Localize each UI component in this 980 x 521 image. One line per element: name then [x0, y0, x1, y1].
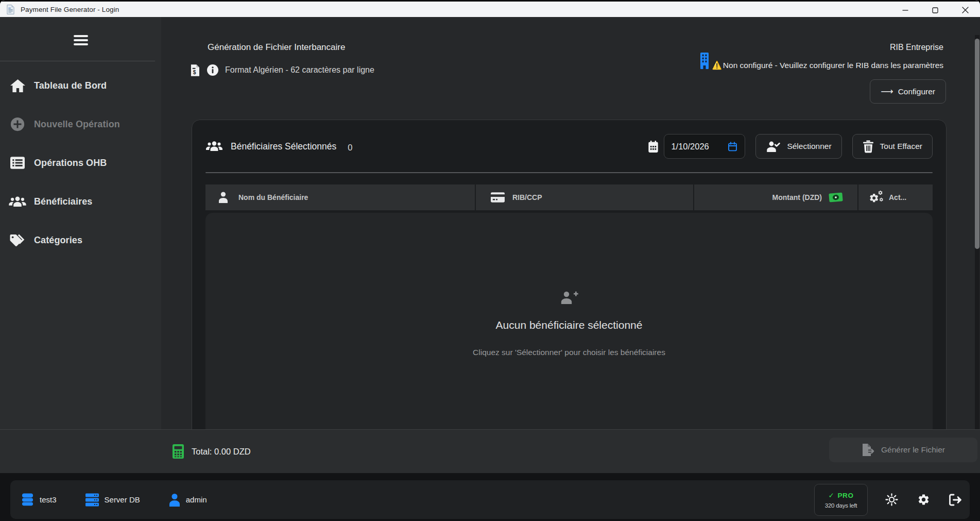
- clear-all-button[interactable]: Tout Effacer: [852, 134, 933, 159]
- calculator-icon: [172, 444, 184, 459]
- sidebar-divider: [0, 61, 155, 62]
- status-zone: test3 Server DB admin ✓PRO 320: [0, 473, 980, 521]
- empty-state-title: Aucun bénéficiaire sélectionné: [496, 319, 643, 331]
- sidebar-item-tableau-de-bord[interactable]: Tableau de Bord: [0, 71, 161, 100]
- table-body: Aucun bénéficiaire sélectionné Cliquez s…: [205, 213, 933, 429]
- format-info-row: $ Format Algérien - 62 caractères par li…: [191, 64, 374, 76]
- sidebar-item-label: Opérations OHB: [34, 158, 107, 169]
- panel-divider: [205, 172, 933, 173]
- status-bar: test3 Server DB admin ✓PRO 320: [10, 480, 970, 519]
- sun-icon: [885, 493, 898, 506]
- panel-header: Bénéficiaires Sélectionnés 0: [205, 133, 933, 159]
- sidebar-item-label: Catégories: [34, 235, 82, 246]
- selected-count: 0: [348, 143, 352, 153]
- generate-file-button[interactable]: Générer le Fichier: [829, 438, 977, 462]
- calendar-picker-icon[interactable]: [727, 141, 738, 152]
- menu-toggle-button[interactable]: [74, 35, 88, 45]
- home-icon: [7, 79, 28, 93]
- credit-card-icon: [491, 192, 505, 203]
- rib-warning-text: Non configuré - Veuillez configurer le R…: [723, 61, 943, 70]
- panel-title: Bénéficiaires Sélectionnés: [231, 141, 336, 152]
- column-header-actions: Act...: [857, 184, 933, 210]
- settings-button[interactable]: [917, 493, 930, 506]
- theme-toggle-button[interactable]: [885, 493, 898, 506]
- sidebar-item-nouvelle-operation[interactable]: Nouvelle Opération: [0, 109, 161, 139]
- sidebar-item-label: Bénéficiaires: [34, 196, 92, 207]
- logout-icon: [949, 494, 962, 506]
- company-name: test3: [40, 495, 57, 504]
- logout-button[interactable]: [949, 494, 961, 506]
- database-icon: [21, 493, 34, 507]
- app-icon: [7, 5, 14, 14]
- gear-icon: [917, 493, 930, 506]
- minimize-button[interactable]: [890, 2, 920, 19]
- rib-warning: ⚠️ Non configuré - Veuillez configurer l…: [700, 57, 943, 74]
- pro-label: ✓PRO: [829, 491, 854, 499]
- people-icon: [205, 140, 223, 153]
- people-icon: [7, 195, 28, 208]
- footer-bar: Total: 0.00 DZD Générer le Fichier: [0, 429, 980, 473]
- sidebar-item-categories[interactable]: Catégories: [0, 225, 161, 255]
- window-title: Payment File Generator - Login: [21, 6, 119, 13]
- license-tier: PRO: [837, 492, 853, 499]
- person-icon: [218, 191, 229, 204]
- rib-entreprise-block: RIB Entreprise ⚠️ Non configuré - Veuill…: [700, 43, 943, 74]
- close-button[interactable]: [950, 2, 980, 19]
- person-plus-icon: [560, 290, 578, 306]
- status-user: admin: [169, 493, 207, 507]
- empty-state: Aucun bénéficiaire sélectionné Cliquez s…: [205, 213, 933, 357]
- total-label: Total: 0.00 DZD: [192, 447, 251, 457]
- select-beneficiaries-button[interactable]: Sélectionner: [755, 134, 841, 159]
- check-icon: ✓: [829, 492, 835, 499]
- scrollbar-thumb[interactable]: [975, 39, 979, 249]
- column-label: Act...: [889, 193, 906, 201]
- user-icon: [169, 493, 180, 507]
- generate-file-label: Générer le Fichier: [881, 445, 945, 455]
- titlebar: Payment File Generator - Login: [0, 0, 980, 17]
- app-window: Payment File Generator - Login Tableau d: [0, 0, 980, 521]
- sidebar-item-operations-ohb[interactable]: Opérations OHB: [0, 148, 161, 178]
- list-icon: [7, 157, 28, 169]
- arrow-right-icon: ⟶: [881, 86, 893, 97]
- column-header-amount: Montant (DZD): [693, 184, 857, 210]
- column-header-rib: RIB/CCP: [475, 184, 693, 210]
- plus-circle-icon: [7, 116, 28, 132]
- clear-all-label: Tout Effacer: [880, 142, 922, 151]
- warning-icon: ⚠️: [712, 61, 721, 70]
- column-header-name: Nom du Bénéficiaire: [205, 184, 475, 210]
- file-export-icon: [862, 444, 875, 456]
- database-name: Server DB: [105, 495, 140, 504]
- table-header: Nom du Bénéficiaire RIB/CCP Montant (DZD…: [205, 184, 933, 210]
- license-days-left: 320 days left: [825, 502, 857, 509]
- format-subtitle: Format Algérien - 62 caractères par lign…: [225, 65, 374, 75]
- column-label: RIB/CCP: [512, 193, 542, 201]
- building-icon: [700, 53, 709, 69]
- configure-label: Configurer: [898, 87, 935, 96]
- sidebar-item-beneficiaires[interactable]: Bénéficiaires: [0, 187, 161, 216]
- column-label: Nom du Bénéficiaire: [238, 193, 308, 201]
- scrollbar[interactable]: [975, 35, 979, 429]
- info-icon: [207, 64, 219, 76]
- page-title: Génération de Fichier Interbancaire: [208, 42, 345, 53]
- trash-icon: [863, 140, 874, 153]
- maximize-button[interactable]: [920, 2, 950, 19]
- gears-icon: [869, 191, 884, 205]
- rib-title: RIB Entreprise: [700, 43, 943, 52]
- money-file-icon: $: [191, 64, 199, 76]
- configure-button[interactable]: ⟶ Configurer: [870, 79, 946, 104]
- date-value-field[interactable]: [671, 142, 723, 152]
- sidebar-item-label: Tableau de Bord: [34, 80, 107, 91]
- server-icon: [85, 493, 99, 507]
- select-label: Sélectionner: [787, 142, 831, 151]
- status-database: Server DB: [85, 493, 140, 507]
- tags-icon: [7, 233, 28, 247]
- date-input[interactable]: [664, 134, 745, 159]
- sidebar: Tableau de Bord Nouvelle Opération Opéra…: [0, 17, 161, 429]
- empty-state-subtitle: Cliquez sur 'Sélectionner' pour choisir …: [473, 348, 665, 357]
- license-badge[interactable]: ✓PRO 320 days left: [814, 484, 868, 516]
- column-label: Montant (DZD): [772, 193, 822, 201]
- total-group: Total: 0.00 DZD: [172, 430, 251, 473]
- beneficiaries-panel: Bénéficiaires Sélectionnés 0: [192, 120, 947, 429]
- status-company: test3: [21, 493, 57, 507]
- person-check-icon: [766, 140, 781, 153]
